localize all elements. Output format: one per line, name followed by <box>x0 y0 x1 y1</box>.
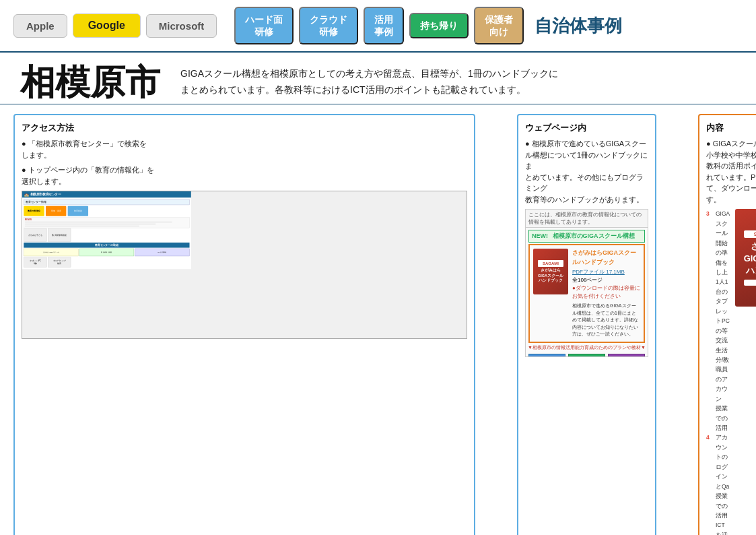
arrow-1 <box>486 114 506 535</box>
access-bullet-1: 「相模原市教育センター」で検索を します。 <box>22 138 467 160</box>
webpage-panel: ウェブページ内 相模原市で進めているGIGAスクー ル構想について1冊のハンドブ… <box>517 114 656 535</box>
header-section: 相模原市 GIGAスクール構想を相模原市としての考え方や留意点、目標等が、1冊の… <box>0 53 756 104</box>
screenshot-mockup: 🏫 相模原市教育センター 教育センター情報 教育の情報化 研修・講座 教育相談 … <box>22 191 467 339</box>
parents-button[interactable]: 保護者 向け <box>474 7 524 44</box>
hard-training-button[interactable]: ハード面 研修 <box>234 7 294 44</box>
page-title: 自治体事例 <box>535 14 622 38</box>
microsoft-button[interactable]: Microsoft <box>146 14 217 38</box>
main-content: アクセス方法 「相模原市教育センター」で検索を します。 トップページ内の「教育… <box>0 104 756 535</box>
content-bullet-1: GIGAスクールの1日の流れや小学校や中学校等における各教科の活用ポイントが記載… <box>706 138 756 205</box>
city-name: 相模原市 <box>20 62 160 100</box>
top-nav: Apple Google Microsoft ハード面 研修 クラウド 研修 活… <box>0 0 756 53</box>
webpage-bullet-1: 相模原市で進めているGIGAスクー ル構想について1冊のハンドブックにま とめて… <box>525 138 648 205</box>
access-bullet-2: トップページ内の「教育の情報化」を 選択します。 <box>22 164 467 187</box>
cloud-training-button[interactable]: クラウド 研修 <box>299 7 358 44</box>
webpage-panel-title: ウェブページ内 <box>525 122 648 134</box>
takeaway-button[interactable]: 持ち帰り <box>409 13 469 38</box>
header-description: GIGAスクール構想を相模原市としての考え方や留意点、目標等が、1冊のハンドブッ… <box>180 66 558 98</box>
usage-examples-button[interactable]: 活用 事例 <box>364 7 404 44</box>
webpage-mockup: ここには、相模原市の教育の情報化についての情報を掲載してあります。 NEW! 相… <box>525 209 648 357</box>
content-panel-title: 内容 <box>706 122 756 134</box>
apple-button[interactable]: Apple <box>13 14 67 38</box>
google-button[interactable]: Google <box>73 13 141 38</box>
arrow-2 <box>667 114 687 535</box>
access-panel-title: アクセス方法 <box>22 122 467 134</box>
access-panel: アクセス方法 「相模原市教育センター」で検索を します。 トップページ内の「教育… <box>13 114 475 535</box>
content-panel: 内容 GIGAスクールの1日の流れや小学校や中学校等における各教科の活用ポイント… <box>698 114 756 535</box>
